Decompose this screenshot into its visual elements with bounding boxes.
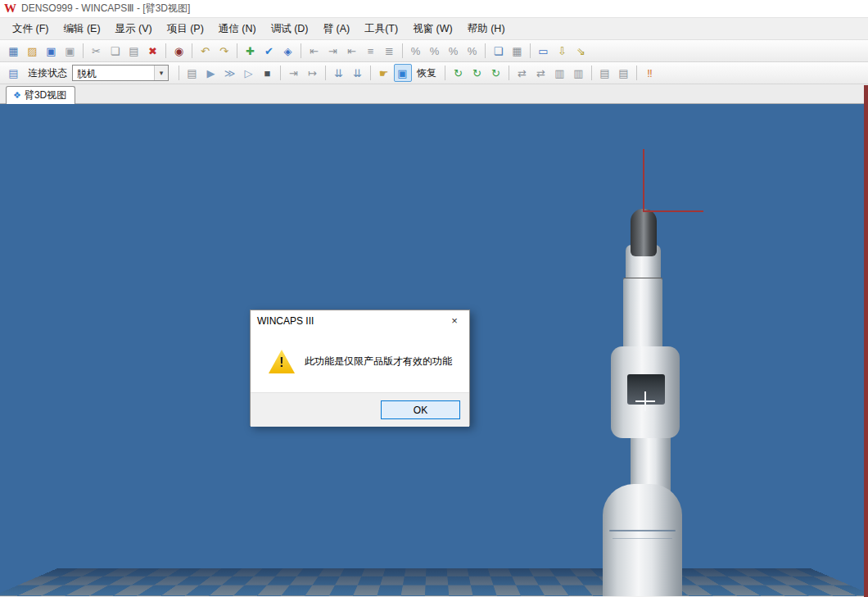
delete-button[interactable]: ✖ — [144, 42, 162, 60]
menu-item-project[interactable]: 项目 (P) — [160, 19, 211, 39]
uncomment-line-button[interactable]: % — [426, 42, 444, 60]
new-project-button[interactable]: ▦ — [5, 42, 23, 60]
window-title: DENSO999 - WINCAPSⅢ - [臂3D视图] — [21, 2, 190, 16]
ok-button[interactable]: OK — [381, 400, 460, 419]
break-button[interactable]: ⇊ — [330, 64, 348, 82]
cascade-windows-button[interactable]: ❏ — [490, 42, 508, 60]
menu-item-tool[interactable]: 工具(T) — [357, 19, 405, 39]
step-into-icon: ⇥ — [289, 68, 298, 79]
uncomment-block-button[interactable]: % — [463, 42, 481, 60]
transfer-send-button[interactable]: ⇄ — [513, 64, 531, 82]
chevron-down-icon[interactable]: ▾ — [154, 66, 168, 80]
search-button[interactable]: ◉ — [170, 42, 188, 60]
sync-all-icon: ↻ — [491, 68, 500, 79]
menu-item-window[interactable]: 视窗 (W) — [405, 19, 460, 39]
align-left-button[interactable]: ⇤ — [305, 42, 323, 60]
redo-button[interactable]: ↷ — [215, 42, 233, 60]
log-view-button[interactable]: ▤ — [596, 64, 614, 82]
stop-button[interactable]: ■ — [259, 64, 277, 82]
transfer-receive-icon: ⇄ — [536, 68, 545, 79]
compare-data-icon: ▥ — [554, 68, 564, 79]
merge-data-icon: ▥ — [573, 68, 583, 79]
restore-button[interactable]: ▣ — [394, 64, 412, 82]
syntax-check-icon: ✔ — [264, 46, 274, 57]
step-into-button[interactable]: ⇥ — [285, 64, 303, 82]
run-button[interactable]: ▶ — [202, 64, 220, 82]
restore-icon: ▣ — [397, 68, 407, 79]
run-control-buttons: ▤▶≫▷■⇥↦⇊⇊☛▣ — [183, 64, 412, 82]
checkerboard-floor — [0, 568, 868, 596]
format-lines-button[interactable]: ≡ — [362, 42, 380, 60]
search-icon: ◉ — [174, 46, 183, 57]
export-data-button[interactable]: ⇩ — [554, 42, 572, 60]
save-all-button[interactable]: ▣ — [43, 42, 61, 60]
sync-all-button[interactable]: ↻ — [487, 64, 505, 82]
restore-label: 恢复 — [417, 66, 436, 80]
transfer-buttons: ↻↻↻⇄⇄▥▥▤▤‼ — [441, 64, 659, 82]
robot-cross-marker-vertical — [644, 391, 646, 411]
align-left-icon: ⇤ — [310, 46, 319, 57]
toolbar-separator — [402, 43, 403, 58]
indent-button[interactable]: ⇥ — [324, 42, 342, 60]
step-over-button[interactable]: ↦ — [304, 64, 322, 82]
sync-data-button[interactable]: ↻ — [468, 64, 486, 82]
log-view-icon: ▤ — [599, 68, 609, 79]
toolbar-separator — [485, 43, 486, 58]
toolbar-separator — [179, 66, 179, 80]
monitor-button[interactable]: ▭ — [535, 42, 553, 60]
alarm-icon: ‼ — [647, 68, 653, 79]
close-icon[interactable]: × — [440, 310, 469, 331]
menu-item-view[interactable]: 显示 (V) — [108, 19, 160, 39]
save-button[interactable]: ▣ — [61, 42, 79, 60]
run-to-end-button[interactable]: ≫ — [221, 64, 239, 82]
add-task-button[interactable]: ✚ — [242, 42, 260, 60]
uncomment-line-icon: % — [430, 46, 440, 57]
connection-status-label: 连接状态 — [28, 66, 67, 80]
toolbar-separator — [591, 66, 592, 80]
outdent-button[interactable]: ⇤ — [343, 42, 361, 60]
menu-item-file[interactable]: 文件 (F) — [5, 19, 56, 39]
dialog-title-bar[interactable]: WINCAPS III × — [251, 310, 469, 331]
toolbar-separator — [636, 66, 637, 80]
menu-item-help[interactable]: 帮助 (H) — [460, 19, 513, 39]
copy-button[interactable]: ❏ — [106, 42, 124, 60]
robot-upper-tube — [623, 278, 662, 354]
transfer-receive-button[interactable]: ⇄ — [532, 64, 550, 82]
pan-hand-button[interactable]: ☛ — [375, 64, 393, 82]
menu-item-edit[interactable]: 编辑 (E) — [56, 19, 107, 39]
run-cycle-button[interactable]: ▷ — [240, 64, 258, 82]
copy-icon: ❏ — [111, 46, 120, 57]
open-project-button[interactable]: ▨ — [24, 42, 42, 60]
merge-data-button[interactable]: ▥ — [570, 64, 588, 82]
import-data-button[interactable]: ⇘ — [572, 42, 590, 60]
menu-item-comm[interactable]: 通信 (N) — [211, 19, 264, 39]
comment-block-button[interactable]: % — [445, 42, 463, 60]
connection-mode-dropdown[interactable]: 脱机 ▾ — [72, 65, 169, 81]
source-page-button[interactable]: ▤ — [183, 64, 201, 82]
break-all-button[interactable]: ⇊ — [349, 64, 367, 82]
cascade-windows-icon: ❏ — [494, 46, 504, 57]
build-button[interactable]: ◈ — [279, 42, 297, 60]
syntax-check-button[interactable]: ✔ — [260, 42, 278, 60]
log-save-button[interactable]: ▤ — [615, 64, 633, 82]
robot-lower-arm — [603, 484, 682, 596]
save-all-icon: ▣ — [46, 46, 56, 57]
alarm-button[interactable]: ‼ — [641, 64, 659, 82]
io-grid-button[interactable]: ▦ — [509, 42, 527, 60]
paste-button[interactable]: ▤ — [125, 42, 143, 60]
cut-button[interactable]: ✂ — [88, 42, 106, 60]
menu-item-arm[interactable]: 臂 (A) — [316, 19, 358, 39]
indent-icon: ⇥ — [328, 46, 337, 57]
sync-project-button[interactable]: ↻ — [450, 64, 468, 82]
source-page-icon: ▤ — [187, 68, 197, 79]
transfer-send-icon: ⇄ — [518, 68, 527, 79]
undo-button[interactable]: ↶ — [197, 42, 215, 60]
undo-icon: ↶ — [201, 46, 210, 57]
menu-item-debug[interactable]: 调试 (D) — [264, 19, 316, 39]
format-all-button[interactable]: ≣ — [381, 42, 399, 60]
comment-line-button[interactable]: % — [407, 42, 425, 60]
tab-arm-3d-view[interactable]: ❖ 臂3D视图 — [6, 86, 75, 104]
compare-data-button[interactable]: ▥ — [551, 64, 569, 82]
program-editor-button[interactable]: ▤ — [5, 64, 23, 82]
run-to-end-icon: ≫ — [224, 68, 236, 79]
